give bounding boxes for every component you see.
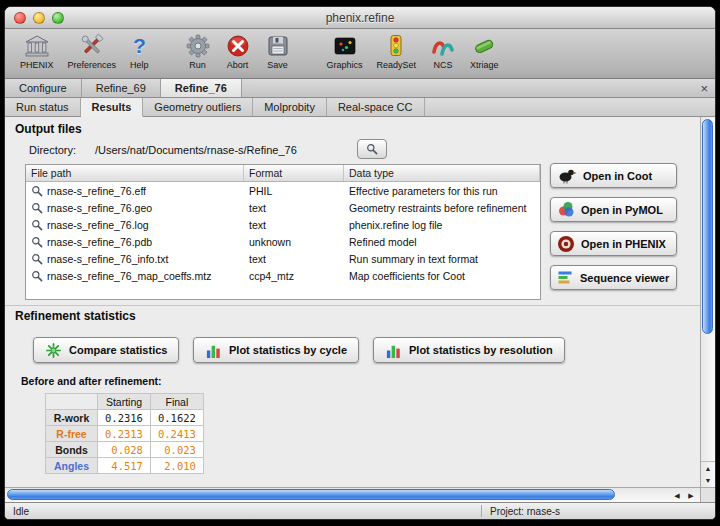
tab-refine-69[interactable]: Refine_69 bbox=[82, 79, 161, 97]
toolbar-button-xtriage[interactable]: Xtriage bbox=[463, 31, 506, 70]
sequence-viewer-button[interactable]: Sequence viewer bbox=[550, 265, 677, 290]
toolbar-button-ncs[interactable]: NCS bbox=[423, 31, 463, 70]
toolbar-button-graphics[interactable]: Graphics bbox=[320, 31, 370, 70]
magnifier-icon bbox=[31, 270, 43, 282]
vertical-scrollbar[interactable]: ▲ ▼ bbox=[700, 117, 715, 487]
stats-value: 0.028 bbox=[98, 442, 151, 458]
format-cell: ccp4_mtz bbox=[244, 270, 344, 282]
before-after-caption: Before and after refinement: bbox=[21, 375, 162, 387]
table-row[interactable]: rnase-s_refine_76_map_coeffs.mtz ccp4_mt… bbox=[26, 267, 540, 284]
window-title: phenix.refine bbox=[326, 11, 395, 25]
toolbar-label: NCS bbox=[434, 60, 453, 70]
tab-close-icon[interactable]: × bbox=[700, 79, 708, 97]
toolbar-button-run[interactable]: Run bbox=[178, 31, 218, 70]
action-button-label: Open in PHENIX bbox=[581, 238, 666, 250]
section-divider bbox=[5, 305, 700, 306]
tab-refine-76[interactable]: Refine_76 bbox=[161, 79, 242, 97]
tools-icon bbox=[79, 32, 105, 60]
plot-by-cycle-button[interactable]: Plot statistics by cycle bbox=[193, 337, 359, 363]
toolbar-button-abort[interactable]: Abort bbox=[218, 31, 258, 70]
data-type-cell: phenix.refine log file bbox=[344, 219, 540, 231]
data-type-cell: Refined model bbox=[344, 236, 540, 248]
stats-value: 0.2316 bbox=[98, 410, 151, 426]
status-text: Idle bbox=[5, 506, 29, 517]
vertical-scrollbar-thumb[interactable] bbox=[702, 119, 713, 334]
file-path-cell: rnase-s_refine_76_map_coeffs.mtz bbox=[26, 270, 244, 282]
gear-icon bbox=[185, 32, 211, 60]
minimize-window-button[interactable] bbox=[33, 12, 45, 24]
bar-chart-icon bbox=[385, 342, 402, 359]
bar-chart-icon bbox=[205, 342, 222, 359]
scroll-down-arrow[interactable]: ▼ bbox=[701, 475, 715, 488]
file-name: rnase-s_refine_76_map_coeffs.mtz bbox=[47, 270, 211, 282]
scroll-left-arrow[interactable]: ◀ bbox=[670, 488, 684, 502]
tab-label: Configure bbox=[19, 82, 67, 94]
stats-row-label: Angles bbox=[46, 458, 98, 474]
browse-directory-button[interactable] bbox=[357, 139, 387, 159]
data-type-cell: Run summary in text format bbox=[344, 253, 540, 265]
subtab-run-status[interactable]: Run status bbox=[5, 98, 81, 116]
table-row[interactable]: rnase-s_refine_76.pdb unknown Refined mo… bbox=[26, 233, 540, 250]
stats-value: 0.2413 bbox=[150, 426, 203, 442]
toolbar-label: Graphics bbox=[327, 60, 363, 70]
zoom-window-button[interactable] bbox=[52, 12, 64, 24]
output-files-table: File path Format Data type rnase-s_refin… bbox=[25, 164, 541, 300]
toolbar-button-help[interactable]: ? Help bbox=[123, 31, 156, 70]
table-row[interactable]: rnase-s_refine_76_info.txt text Run summ… bbox=[26, 250, 540, 267]
table-row[interactable]: rnase-s_refine_76.eff PHIL Effective par… bbox=[26, 182, 540, 199]
column-header-data-type[interactable]: Data type bbox=[344, 165, 540, 181]
toolbar-button-preferences[interactable]: Preferences bbox=[61, 31, 124, 70]
scrollbar-corner bbox=[700, 487, 715, 502]
search-icon bbox=[366, 143, 378, 155]
titlebar: phenix.refine bbox=[5, 7, 715, 29]
subtab-label: Real-space CC bbox=[338, 101, 413, 113]
toolbar-button-readyset[interactable]: ReadySet bbox=[370, 31, 424, 70]
stats-value: 0.023 bbox=[150, 442, 203, 458]
stat-button-label: Compare statistics bbox=[69, 344, 167, 356]
table-row[interactable]: rnase-s_refine_76.log text phenix.refine… bbox=[26, 216, 540, 233]
open-in-pymol-button[interactable]: Open in PyMOL bbox=[550, 197, 677, 222]
tab-bar: Configure Refine_69 Refine_76 × bbox=[5, 79, 715, 98]
directory-value: /Users/nat/Documents/rnase-s/Refine_76 bbox=[95, 144, 297, 156]
toolbar-label: PHENIX bbox=[20, 60, 54, 70]
tab-label: Refine_69 bbox=[96, 82, 146, 94]
subtab-real-space-cc[interactable]: Real-space CC bbox=[327, 98, 425, 116]
toolbar-button-save[interactable]: Save bbox=[258, 31, 298, 70]
close-window-button[interactable] bbox=[14, 12, 26, 24]
format-cell: text bbox=[244, 202, 344, 214]
stats-value: 2.010 bbox=[150, 458, 203, 474]
save-floppy-icon bbox=[265, 32, 291, 60]
open-in-phenix-button[interactable]: Open in PHENIX bbox=[550, 231, 677, 256]
stats-row-label: Bonds bbox=[46, 442, 98, 458]
scroll-up-arrow[interactable]: ▲ bbox=[701, 462, 715, 475]
subtab-results[interactable]: Results bbox=[81, 98, 144, 117]
compare-statistics-button[interactable]: Compare statistics bbox=[33, 337, 179, 363]
stat-button-label: Plot statistics by cycle bbox=[229, 344, 347, 356]
scroll-right-arrow[interactable]: ▶ bbox=[684, 488, 698, 502]
ncs-ribbons-icon bbox=[430, 32, 456, 60]
toolbar: PHENIX Preferences ? Help bbox=[5, 29, 715, 79]
column-header-format[interactable]: Format bbox=[244, 165, 344, 181]
horizontal-scrollbar[interactable]: ◀ ▶ bbox=[5, 487, 700, 502]
format-cell: unknown bbox=[244, 236, 344, 248]
open-in-coot-button[interactable]: Open in Coot bbox=[550, 163, 677, 188]
horizontal-scrollbar-thumb[interactable] bbox=[7, 489, 615, 500]
toolbar-button-phenix[interactable]: PHENIX bbox=[13, 31, 61, 70]
tab-configure[interactable]: Configure bbox=[5, 79, 82, 97]
plot-by-resolution-button[interactable]: Plot statistics by resolution bbox=[373, 337, 565, 363]
traffic-light-icon bbox=[383, 32, 409, 60]
format-cell: text bbox=[244, 219, 344, 231]
toolbar-label: Help bbox=[130, 60, 149, 70]
file-name: rnase-s_refine_76.eff bbox=[47, 185, 146, 197]
magnifier-icon bbox=[31, 253, 43, 265]
table-row[interactable]: rnase-s_refine_76.geo text Geometry rest… bbox=[26, 199, 540, 216]
subtab-label: Run status bbox=[16, 101, 69, 113]
graphics-icon bbox=[332, 32, 358, 60]
stats-value: 4.517 bbox=[98, 458, 151, 474]
stats-table: Starting Final R-work 0.2316 0.1622 R-fr… bbox=[45, 393, 204, 474]
column-header-file-path[interactable]: File path bbox=[26, 165, 244, 181]
subtab-molprobity[interactable]: Molprobity bbox=[253, 98, 327, 116]
stats-value: 0.1622 bbox=[150, 410, 203, 426]
subtab-geometry-outliers[interactable]: Geometry outliers bbox=[143, 98, 253, 116]
table-header-row: File path Format Data type bbox=[26, 165, 540, 182]
